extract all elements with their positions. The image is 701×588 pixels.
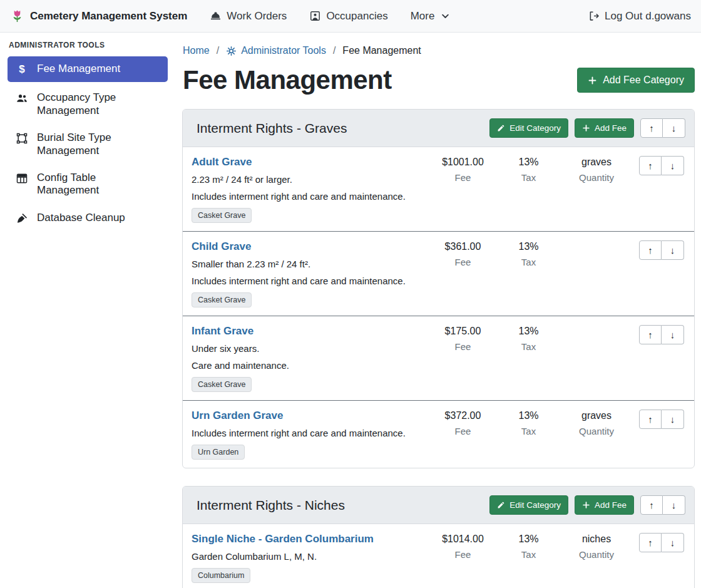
fee-reorder-group: ↑ ↓ (639, 533, 684, 552)
nav-more[interactable]: More (411, 10, 451, 23)
fee-tax-value: 13% (496, 534, 561, 545)
move-category-down-button[interactable]: ↓ (663, 495, 685, 515)
fee-tax-value: 13% (496, 326, 561, 337)
add-fee-button[interactable]: Add Fee (575, 118, 634, 138)
fee-quantity-label: Quantity (561, 549, 632, 560)
move-fee-down-button[interactable]: ↓ (662, 325, 684, 344)
move-category-up-button[interactable]: ↑ (640, 495, 663, 515)
fee-tax-col: 13% Tax (496, 533, 561, 560)
fee-name-link[interactable]: Infant Grave (192, 325, 253, 338)
fee-row: Infant Grave Under six years. Care and m… (183, 316, 694, 400)
nav-occupancies-label: Occupancies (326, 10, 387, 23)
down-arrow-icon: ↓ (670, 537, 675, 548)
top-navbar: Cemetery Management System Work Orders O… (0, 0, 701, 33)
fee-name-link[interactable]: Single Niche - Garden Columbarium (192, 533, 374, 545)
fee-list: Single Niche - Garden Columbarium Garden… (183, 524, 694, 588)
sidebar-item-database-cleanup[interactable]: Database Cleanup (8, 207, 168, 230)
fee-quantity-value: niches (561, 534, 632, 545)
pencil-icon (497, 124, 505, 132)
fee-name-link[interactable]: Adult Grave (192, 156, 252, 168)
fee-quantity-col: niches Quantity (561, 533, 632, 560)
main-content: Home / Administrator Tools / Fee Managem… (175, 33, 701, 588)
move-fee-up-button[interactable]: ↑ (639, 156, 662, 175)
fee-reorder-group: ↑ ↓ (639, 156, 684, 175)
nav-occupancies[interactable]: Occupancies (309, 10, 387, 23)
fee-amount-col: $1001.00 Fee (430, 156, 496, 183)
category-reorder-group: ↑ ↓ (640, 495, 685, 515)
breadcrumb-admin-tools-label: Administrator Tools (241, 45, 326, 56)
category-header: Interment Rights - Niches Edit Category … (183, 487, 694, 524)
up-arrow-icon: ↑ (648, 537, 653, 548)
down-arrow-icon: ↓ (672, 123, 677, 133)
add-fee-category-button[interactable]: Add Fee Category (577, 68, 695, 93)
fee-badge: Urn Garden (192, 445, 245, 460)
hard-hat-icon (210, 10, 222, 22)
add-fee-category-label: Add Fee Category (603, 75, 684, 86)
sidebar-item-config-table-management[interactable]: Config Table Management (8, 167, 168, 202)
fee-tax-value: 13% (496, 241, 561, 252)
move-fee-down-button[interactable]: ↓ (662, 240, 684, 260)
move-category-up-button[interactable]: ↑ (640, 118, 663, 138)
fee-amount-col: $1014.00 Fee (430, 533, 496, 560)
fee-amount: $372.00 (430, 410, 496, 421)
down-arrow-icon: ↓ (670, 329, 675, 340)
fee-reorder-group: ↑ ↓ (639, 240, 684, 260)
move-fee-up-button[interactable]: ↑ (639, 410, 662, 429)
up-arrow-icon: ↑ (648, 245, 653, 255)
page-title: Fee Management (183, 65, 392, 95)
fee-tax-label: Tax (496, 257, 561, 267)
logout-icon (588, 10, 600, 22)
fee-badge: Casket Grave (192, 292, 252, 307)
fee-badge: Columbarium (192, 568, 250, 583)
move-category-down-button[interactable]: ↓ (663, 118, 685, 138)
category-title: Interment Rights - Graves (197, 121, 347, 136)
sidebar-item-label: Config Table Management (37, 172, 160, 197)
move-fee-down-button[interactable]: ↓ (662, 410, 684, 429)
fee-name-link[interactable]: Child Grave (192, 240, 251, 253)
broom-icon (15, 212, 29, 225)
pencil-icon (497, 501, 505, 509)
people-icon (15, 92, 29, 105)
plus-icon (582, 501, 590, 509)
fee-row: Single Niche - Garden Columbarium Garden… (183, 524, 694, 588)
fee-tax-label: Tax (496, 172, 561, 183)
edit-category-button[interactable]: Edit Category (489, 495, 568, 515)
sidebar-item-fee-management[interactable]: $ Fee Management (8, 56, 168, 82)
app-title: Cemetery Management System (30, 10, 187, 23)
fee-tax-col: 13% Tax (496, 325, 561, 352)
app-brand[interactable]: Cemetery Management System (10, 9, 187, 23)
fee-list: Adult Grave 2.23 m² / 24 ft² or larger. … (183, 147, 694, 468)
fee-desc-1: 2.23 m² / 24 ft² or larger. (192, 174, 425, 185)
down-arrow-icon: ↓ (672, 500, 677, 510)
fee-amount-label: Fee (430, 426, 496, 436)
fee-tax-col: 13% Tax (496, 156, 561, 183)
edit-category-label: Edit Category (509, 123, 561, 133)
nav-more-label: More (411, 10, 435, 23)
edit-category-button[interactable]: Edit Category (489, 118, 568, 138)
down-arrow-icon: ↓ (670, 160, 675, 171)
move-fee-down-button[interactable]: ↓ (662, 533, 684, 552)
move-fee-down-button[interactable]: ↓ (662, 156, 684, 175)
fee-tax-label: Tax (496, 426, 561, 436)
down-arrow-icon: ↓ (670, 414, 675, 425)
add-fee-label: Add Fee (595, 500, 627, 510)
logout-label: Log Out d.gowans (605, 10, 691, 23)
fee-quantity-value: graves (561, 157, 632, 168)
breadcrumb-admin-tools-link[interactable]: Administrator Tools (226, 45, 326, 56)
fee-quantity-col: graves Quantity (561, 410, 632, 436)
sidebar-item-burial-site-type-management[interactable]: Burial Site Type Management (8, 126, 168, 162)
add-fee-button[interactable]: Add Fee (575, 495, 634, 515)
fee-name-link[interactable]: Urn Garden Grave (192, 410, 283, 422)
breadcrumb-home-link[interactable]: Home (183, 45, 210, 56)
sidebar-item-occupancy-type-management[interactable]: Occupancy Type Management (8, 86, 168, 122)
move-fee-up-button[interactable]: ↑ (639, 240, 662, 260)
logout-link[interactable]: Log Out d.gowans (588, 10, 691, 23)
occupancy-icon (309, 10, 321, 22)
up-arrow-icon: ↑ (648, 329, 653, 340)
tulip-logo-icon (10, 9, 24, 23)
nav-work-orders[interactable]: Work Orders (210, 10, 287, 23)
fee-quantity-label: Quantity (561, 426, 632, 436)
move-fee-up-button[interactable]: ↑ (639, 325, 662, 344)
move-fee-up-button[interactable]: ↑ (639, 533, 662, 552)
fee-tax-value: 13% (496, 410, 561, 421)
